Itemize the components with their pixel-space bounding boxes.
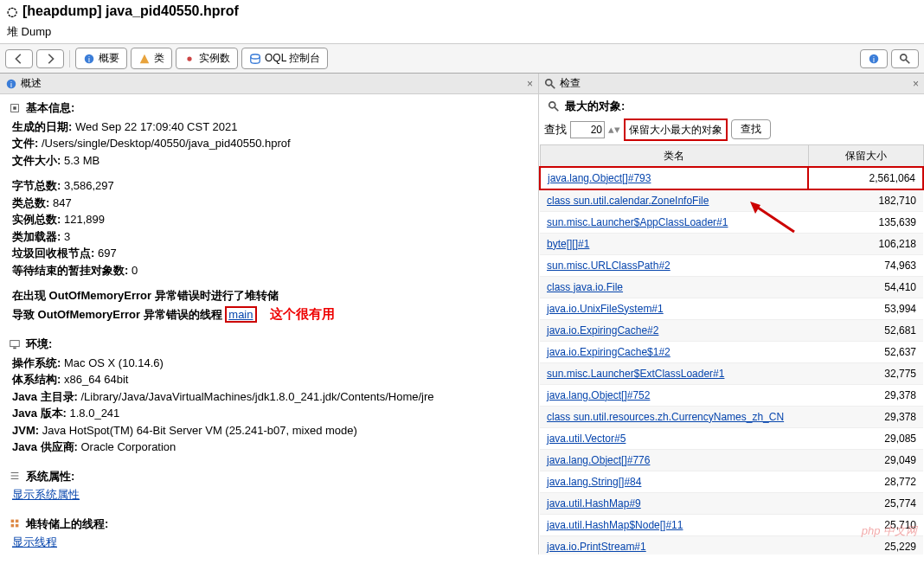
retained-size: 52,681 <box>808 319 923 341</box>
svg-point-7 <box>901 54 907 60</box>
object-link[interactable]: class java.io.File <box>547 281 623 293</box>
object-link[interactable]: java.util.HashMap#9 <box>547 497 641 510</box>
object-link[interactable]: java.lang.Object[]#776 <box>547 454 650 466</box>
show-sysprops-link[interactable]: 显示系统属性 <box>12 488 80 501</box>
svg-text:i: i <box>873 54 875 63</box>
stepper-icon[interactable]: ▴▾ <box>608 121 620 138</box>
loading-icon: ◌ <box>7 4 17 18</box>
table-row: java.io.ExpiringCache$1#252,637 <box>540 341 923 362</box>
svg-rect-13 <box>10 340 20 346</box>
object-link[interactable]: sun.misc.Launcher$ExtClassLoader#1 <box>547 368 724 380</box>
info-button[interactable]: i <box>860 49 888 68</box>
svg-rect-18 <box>11 520 15 523</box>
close-icon[interactable]: × <box>913 78 919 90</box>
show-threads-link[interactable]: 显示线程 <box>12 535 57 548</box>
object-link[interactable]: java.io.ExpiringCache#2 <box>547 324 658 336</box>
threads-icon <box>9 517 21 529</box>
back-button[interactable] <box>5 49 33 68</box>
sysprops-heading: 系统属性: <box>9 468 529 485</box>
table-row: class sun.util.resources.zh.CurrencyName… <box>540 406 923 427</box>
sort-select[interactable]: 保留大小最大的对象 <box>624 119 728 141</box>
inspect-header: 检查 × <box>539 74 924 94</box>
retained-size: 74,963 <box>808 254 923 276</box>
retained-size: 53,994 <box>808 298 923 319</box>
object-link[interactable]: java.io.PrintStream#1 <box>547 541 646 553</box>
svg-text:i: i <box>10 80 12 88</box>
overview-pane: i 概述 × 基本信息: 生成的日期: Wed Sep 22 17:09:40 … <box>0 74 539 554</box>
svg-rect-21 <box>16 524 19 528</box>
summary-button[interactable]: i概要 <box>75 48 127 69</box>
largest-objects-heading: 最大的对象: <box>539 98 924 115</box>
table-row: class java.io.File54,410 <box>540 276 923 298</box>
retained-size: 32,775 <box>808 362 923 384</box>
search-icon <box>548 100 560 112</box>
object-link[interactable]: sun.misc.Launcher$AppClassLoader#1 <box>547 216 728 228</box>
object-link[interactable]: class sun.util.calendar.ZoneInfoFile <box>547 195 709 207</box>
svg-point-3 <box>187 56 191 61</box>
table-row: java.lang.String[]#8428,772 <box>540 471 923 492</box>
object-link[interactable]: java.util.Vector#5 <box>547 433 626 445</box>
retained-size: 28,772 <box>808 471 923 492</box>
inspect-pane: 检查 × 最大的对象: 查找 ▴▾ 保留大小最大的对象 查找 类名 保留大小 <box>539 74 924 554</box>
info-icon: i <box>5 78 17 90</box>
classes-button[interactable]: 类 <box>131 48 172 69</box>
table-row: java.util.HashMap#925,774 <box>540 492 923 514</box>
instances-button[interactable]: 实例数 <box>176 48 238 69</box>
list-icon <box>9 470 21 482</box>
table-row: byte[][]#1106,218 <box>540 233 923 254</box>
object-link[interactable]: java.io.UnixFileSystem#1 <box>547 303 664 315</box>
table-row: sun.misc.URLClassPath#274,963 <box>540 254 923 276</box>
table-row: java.lang.Object[]#77629,049 <box>540 449 923 471</box>
oom-thread-link[interactable]: main <box>225 306 256 323</box>
retained-size: 29,378 <box>808 406 923 427</box>
search-controls: 查找 ▴▾ 保留大小最大的对象 查找 <box>539 115 924 144</box>
retained-size: 52,637 <box>808 341 923 362</box>
search-button[interactable] <box>891 49 919 68</box>
col-classname[interactable]: 类名 <box>540 144 808 167</box>
subtitle: 堆 Dump <box>0 22 924 44</box>
count-input[interactable] <box>570 121 605 138</box>
retained-size: 25,774 <box>808 492 923 514</box>
object-link[interactable]: byte[][]#1 <box>547 238 589 250</box>
retained-size: 29,085 <box>808 427 923 449</box>
svg-line-25 <box>555 107 558 111</box>
retained-size: 106,218 <box>808 233 923 254</box>
col-size[interactable]: 保留大小 <box>808 144 923 167</box>
find-button[interactable]: 查找 <box>731 119 771 139</box>
object-link[interactable]: class sun.util.resources.zh.CurrencyName… <box>547 411 784 423</box>
objects-table: 类名 保留大小 java.lang.Object[]#7932,561,064c… <box>539 144 924 555</box>
retained-size: 182,710 <box>808 189 923 212</box>
table-row: sun.misc.Launcher$ExtClassLoader#132,775 <box>540 362 923 384</box>
object-link[interactable]: java.util.HashMap$Node[]#11 <box>547 519 683 531</box>
svg-text:i: i <box>88 54 90 63</box>
retained-size: 135,639 <box>808 211 923 233</box>
table-row: java.io.ExpiringCache#252,681 <box>540 319 923 341</box>
svg-rect-20 <box>11 524 15 528</box>
object-link[interactable]: sun.misc.URLClassPath#2 <box>547 260 671 272</box>
object-link[interactable]: java.lang.Object[]#752 <box>547 389 650 401</box>
search-icon <box>544 78 556 90</box>
retained-size: 29,049 <box>808 449 923 471</box>
table-row: java.util.Vector#529,085 <box>540 427 923 449</box>
window-title: [heapdump] java_pid40550.hprof <box>22 3 239 19</box>
close-icon[interactable]: × <box>527 78 533 90</box>
forward-button[interactable] <box>36 49 64 68</box>
retained-size: 29,378 <box>808 384 923 406</box>
oql-button[interactable]: OQL 控制台 <box>241 48 328 69</box>
svg-rect-12 <box>13 106 16 110</box>
svg-point-22 <box>546 79 552 85</box>
separator <box>69 50 70 67</box>
table-row: class sun.util.calendar.ZoneInfoFile182,… <box>540 189 923 212</box>
overview-header: i 概述 × <box>0 74 538 94</box>
env-heading: 环境: <box>9 336 529 353</box>
window-title-bar: ◌ [heapdump] java_pid40550.hprof <box>0 0 924 22</box>
object-link[interactable]: java.lang.String[]#84 <box>547 476 641 488</box>
svg-marker-2 <box>140 54 150 63</box>
basic-info-heading: 基本信息: <box>9 99 529 117</box>
table-row: sun.misc.Launcher$AppClassLoader#1135,63… <box>540 211 923 233</box>
chip-icon <box>9 102 21 114</box>
object-link[interactable]: java.io.ExpiringCache$1#2 <box>547 346 671 358</box>
table-row: java.lang.Object[]#75229,378 <box>540 384 923 406</box>
object-link[interactable]: java.lang.Object[]#793 <box>548 172 651 184</box>
svg-point-4 <box>251 54 260 58</box>
